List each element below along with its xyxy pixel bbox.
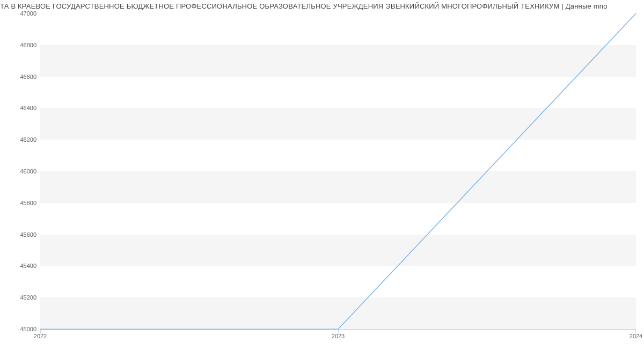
x-tick-label: 2024 (630, 333, 642, 339)
y-tick-label: 46000 (4, 168, 36, 174)
y-tick-label: 46800 (4, 42, 36, 48)
grid (40, 13, 636, 329)
y-tick-label: 47000 (4, 10, 36, 17)
x-tick-label: 2023 (332, 333, 345, 339)
y-tick-label: 46600 (4, 74, 36, 80)
y-tick-label: 45400 (4, 263, 36, 269)
y-tick-label: 45800 (4, 200, 36, 206)
y-tick-label: 45200 (4, 294, 36, 301)
y-tick-label: 45600 (4, 231, 36, 238)
y-tick-label: 46200 (4, 136, 36, 143)
data-line (40, 13, 636, 329)
y-tick-label: 45000 (4, 326, 36, 332)
chart-title: ТА В КРАЕВОЕ ГОСУДАРСТВЕННОЕ БЮДЖЕТНОЕ П… (0, 2, 644, 10)
x-tick-label: 2022 (34, 333, 47, 339)
y-tick-label: 46400 (4, 105, 36, 111)
plot-area (40, 13, 636, 329)
